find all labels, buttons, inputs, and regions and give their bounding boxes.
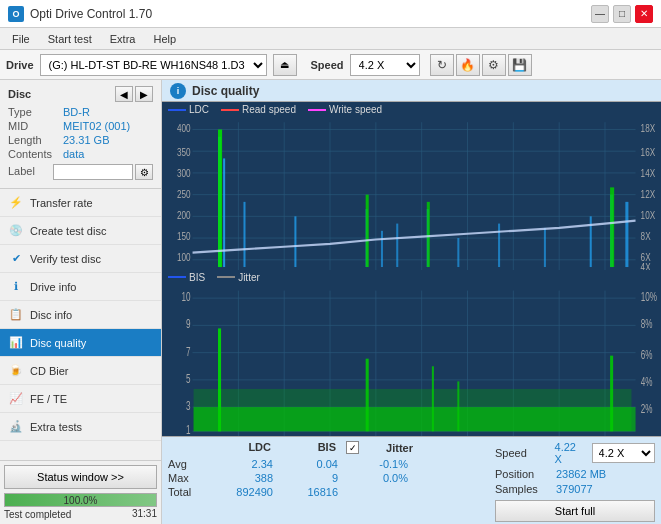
sidebar-label-transfer-rate: Transfer rate — [30, 197, 93, 209]
samples-stat-value: 379077 — [556, 483, 593, 495]
minimize-button[interactable]: — — [591, 5, 609, 23]
burn-button[interactable]: 🔥 — [456, 54, 480, 76]
svg-text:9: 9 — [186, 317, 191, 330]
sidebar-item-transfer-rate[interactable]: ⚡ Transfer rate — [0, 189, 161, 217]
svg-text:200: 200 — [177, 209, 191, 222]
legend-jitter-label: Jitter — [238, 272, 260, 283]
svg-text:150: 150 — [177, 229, 191, 242]
menu-extra[interactable]: Extra — [102, 31, 144, 47]
close-button[interactable]: ✕ — [635, 5, 653, 23]
disc-prev-button[interactable]: ◀ — [115, 86, 133, 102]
sidebar-item-create-test-disc[interactable]: 💿 Create test disc — [0, 217, 161, 245]
svg-rect-23 — [396, 224, 398, 267]
settings-button[interactable]: ⚙ — [482, 54, 506, 76]
svg-rect-26 — [498, 224, 500, 267]
sidebar-item-verify-test-disc[interactable]: ✔ Verify test disc — [0, 245, 161, 273]
svg-text:350: 350 — [177, 145, 191, 158]
sidebar-label-create-test-disc: Create test disc — [30, 225, 106, 237]
drive-label: Drive — [6, 59, 34, 71]
stats-avg-jitter: -0.1% — [348, 458, 408, 470]
legend-bis-label: BIS — [189, 272, 205, 283]
stats-avg-row: Avg 2.34 0.04 -0.1% — [168, 458, 487, 470]
stats-max-bis: 9 — [283, 472, 338, 484]
stats-total-row: Total 892490 16816 — [168, 486, 487, 498]
disc-next-button[interactable]: ▶ — [135, 86, 153, 102]
drive-toolbar: Drive (G:) HL-DT-ST BD-RE WH16NS48 1.D3 … — [0, 50, 661, 80]
jitter-checkbox[interactable]: ✓ — [346, 441, 359, 454]
disc-type-value: BD-R — [63, 106, 90, 118]
svg-text:7: 7 — [186, 345, 191, 358]
sidebar-item-drive-info[interactable]: ℹ Drive info — [0, 273, 161, 301]
disc-quality-icon: 📊 — [8, 335, 24, 351]
svg-rect-27 — [544, 228, 546, 267]
read-speed-color — [221, 109, 239, 111]
legend-ldc: LDC — [168, 104, 209, 115]
menu-file[interactable]: File — [4, 31, 38, 47]
extra-tests-icon: 🔬 — [8, 419, 24, 435]
sidebar-label-disc-quality: Disc quality — [30, 337, 86, 349]
speed-stat-value: 4.22 X — [555, 441, 586, 465]
disc-mid-label: MID — [8, 120, 63, 132]
svg-rect-32 — [366, 195, 369, 267]
app-title: Opti Drive Control 1.70 — [30, 7, 152, 21]
create-test-disc-icon: 💿 — [8, 223, 24, 239]
sidebar-label-verify-test-disc: Verify test disc — [30, 253, 101, 265]
svg-text:1: 1 — [186, 423, 191, 436]
sidebar-item-extra-tests[interactable]: 🔬 Extra tests — [0, 413, 161, 441]
sidebar-label-extra-tests: Extra tests — [30, 421, 82, 433]
disc-label-button[interactable]: ⚙ — [135, 164, 153, 180]
disc-contents-label: Contents — [8, 148, 63, 160]
stats-avg-bis: 0.04 — [283, 458, 338, 470]
sidebar-item-disc-info[interactable]: 📋 Disc info — [0, 301, 161, 329]
drive-info-icon: ℹ — [8, 279, 24, 295]
disc-type-label: Type — [8, 106, 63, 118]
stats-avg-label: Avg — [168, 458, 208, 470]
menu-start-test[interactable]: Start test — [40, 31, 100, 47]
sidebar-item-fe-te[interactable]: 📈 FE / TE — [0, 385, 161, 413]
sidebar-item-disc-quality[interactable]: 📊 Disc quality — [0, 329, 161, 357]
speed-select-toolbar[interactable]: 4.2 X2 X8 X — [350, 54, 420, 76]
disc-length-label: Length — [8, 134, 63, 146]
cd-bier-icon: 🍺 — [8, 363, 24, 379]
verify-test-disc-icon: ✔ — [8, 251, 24, 267]
svg-text:12X: 12X — [641, 187, 656, 200]
stats-header-row: LDC BIS ✓ Jitter — [168, 441, 487, 456]
sidebar-label-disc-info: Disc info — [30, 309, 72, 321]
eject-button[interactable]: ⏏ — [273, 54, 297, 76]
charts-container: LDC Read speed Write speed — [162, 102, 661, 524]
status-completed-label: Test completed — [4, 509, 71, 520]
bottom-chart-svg: 10 9 7 5 3 1 10% 8% 6% 4% 2% 0.0 — [162, 283, 661, 437]
speed-stat-label: Speed — [495, 447, 549, 459]
main-layout: Disc ◀ ▶ Type BD-R MID MEIT02 (001) Leng… — [0, 80, 661, 524]
sidebar: Disc ◀ ▶ Type BD-R MID MEIT02 (001) Leng… — [0, 80, 162, 524]
refresh-button[interactable]: ↻ — [430, 54, 454, 76]
sidebar-item-cd-bier[interactable]: 🍺 CD Bier — [0, 357, 161, 385]
menu-bar: File Start test Extra Help — [0, 28, 661, 50]
disc-length-value: 23.31 GB — [63, 134, 109, 146]
svg-rect-25 — [457, 238, 459, 267]
stats-max-row: Max 388 9 0.0% — [168, 472, 487, 484]
position-stat-row: Position 23862 MB — [495, 468, 655, 480]
disc-label-input-row: ⚙ — [53, 164, 153, 180]
speed-select-stats[interactable]: 4.2 X — [592, 443, 655, 463]
start-full-button[interactable]: Start full — [495, 500, 655, 522]
disc-label-input[interactable] — [53, 164, 133, 180]
svg-text:100: 100 — [177, 251, 191, 264]
status-bottom-row: Test completed 31:31 — [4, 507, 157, 520]
jitter-color — [217, 276, 235, 278]
jitter-header-section: ✓ Jitter — [346, 441, 413, 454]
position-stat-label: Position — [495, 468, 550, 480]
maximize-button[interactable]: □ — [613, 5, 631, 23]
speed-label: Speed — [311, 59, 344, 71]
legend-write-label: Write speed — [329, 104, 382, 115]
status-window-button[interactable]: Status window >> — [4, 465, 157, 489]
toolbar-icons: ↻ 🔥 ⚙ 💾 — [430, 54, 532, 76]
menu-help[interactable]: Help — [145, 31, 184, 47]
save-button[interactable]: 💾 — [508, 54, 532, 76]
svg-text:400: 400 — [177, 122, 191, 135]
svg-text:8%: 8% — [641, 317, 653, 330]
speed-stat-row: Speed 4.22 X 4.2 X — [495, 441, 655, 465]
nav-menu: ⚡ Transfer rate 💿 Create test disc ✔ Ver… — [0, 189, 161, 460]
drive-select[interactable]: (G:) HL-DT-ST BD-RE WH16NS48 1.D3 — [40, 54, 267, 76]
stats-max-jitter: 0.0% — [348, 472, 408, 484]
